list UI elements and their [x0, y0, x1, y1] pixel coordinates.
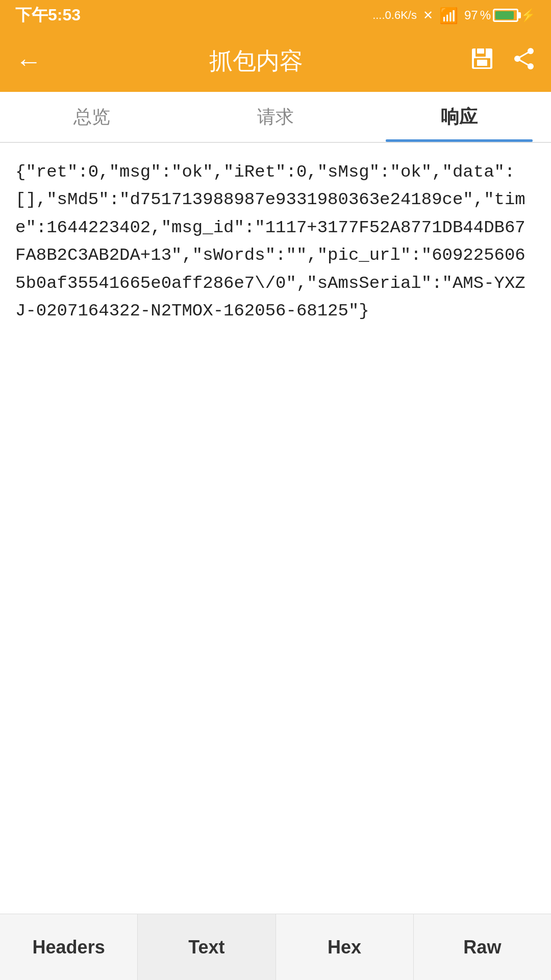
wifi-icon: 📶	[439, 7, 458, 24]
svg-line-8	[517, 51, 531, 59]
bottom-nav-text[interactable]: Text	[138, 914, 276, 980]
bottom-nav-headers[interactable]: Headers	[0, 914, 138, 980]
tab-request[interactable]: 请求	[184, 92, 367, 142]
battery-indicator: 97 % ⚡	[464, 8, 536, 22]
page-title: 抓包内容	[57, 45, 455, 77]
bottom-nav-hex[interactable]: Hex	[276, 914, 414, 980]
back-button[interactable]: ←	[15, 46, 42, 77]
tab-overview[interactable]: 总览	[0, 92, 184, 142]
save-icon[interactable]	[470, 47, 494, 76]
svg-line-9	[517, 59, 531, 66]
network-speed: ....0.6K/s	[372, 9, 417, 22]
tabs-container: 总览 请求 响应	[0, 92, 551, 143]
charging-icon: ⚡	[520, 8, 536, 22]
back-icon: ←	[15, 46, 42, 77]
app-bar: ← 抓包内容	[0, 31, 551, 92]
content-area: {"ret":0,"msg":"ok","iRet":0,"sMsg":"ok"…	[0, 143, 551, 914]
svg-rect-2	[477, 48, 484, 54]
status-icons: ....0.6K/s ✕ 📶 97 % ⚡	[372, 7, 536, 24]
bottom-nav: Headers Text Hex Raw	[0, 914, 551, 980]
battery-fill	[495, 11, 514, 19]
status-time: 下午5:53	[15, 4, 81, 27]
app-bar-actions	[470, 47, 536, 76]
battery-percent-sign: %	[480, 8, 491, 22]
bottom-nav-raw[interactable]: Raw	[414, 914, 551, 980]
tab-response[interactable]: 响应	[367, 92, 551, 142]
sim-icon: ✕	[423, 8, 433, 22]
status-bar: 下午5:53 ....0.6K/s ✕ 📶 97 % ⚡	[0, 0, 551, 31]
battery-percentage: 97	[464, 8, 478, 22]
battery-box	[493, 9, 518, 22]
response-text: {"ret":0,"msg":"ok","iRet":0,"sMsg":"ok"…	[15, 158, 536, 325]
svg-rect-4	[477, 60, 487, 66]
share-icon[interactable]	[512, 47, 536, 76]
